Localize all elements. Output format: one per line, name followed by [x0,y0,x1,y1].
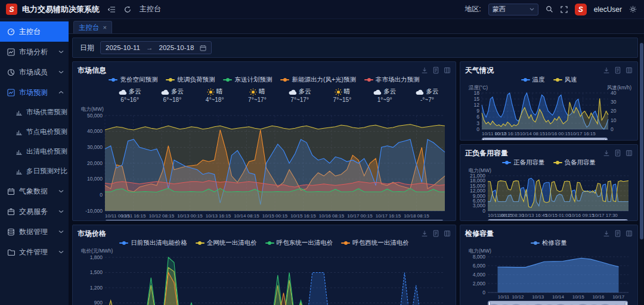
legend-item[interactable]: 呼包东统一出清电价 [265,239,333,247]
data-view-icon[interactable] [626,67,633,74]
panel-title: 市场价格 [78,229,106,239]
slider-handle-left[interactable] [488,220,491,221]
scrollbar-thumb[interactable] [640,43,643,239]
panel-reserve: 正负备用容量 正备用容量负备用容量 电力(MW)21,00018,00015,0… [460,144,638,221]
legend-label: 日前预出清电能价格 [131,239,187,247]
maintenance-chart[interactable]: 电力(MW)8,0006,0004,0002,000010/1110/1210/… [465,248,633,305]
topbar: S 电力交易辅助决策系统 主控台 地区: 蒙西 S elecUser [0,0,644,19]
download-icon [603,150,610,157]
gear-icon[interactable] [629,5,637,13]
export-report-icon[interactable] [614,67,621,74]
datazoom-slider[interactable] [482,138,608,141]
app-logo: S [6,4,17,15]
sidebar-item-3[interactable]: 市场预测 [0,82,69,102]
legend-item[interactable]: 日前预出清电能价格 [119,239,187,247]
legend-item[interactable]: 负备用容量 [553,158,596,167]
data-view-icon[interactable] [444,230,451,237]
data-view-icon[interactable] [626,150,633,157]
export-report-icon[interactable] [614,150,621,157]
legend-item[interactable]: 东送计划预测 [223,76,272,84]
legend-item[interactable]: 全网统一出清电价 [196,239,257,247]
market-price-chart[interactable]: 电价(元/MWh)1,8001,5001,200900 [78,248,451,305]
svg-text:10/13 16:45: 10/13 16:45 [522,213,548,218]
weather-chart[interactable]: 温度(°C)风速(km/h)181512963040302010010/11 0… [465,85,633,141]
weather-condition: 晴 [216,88,223,96]
tab-label: 主控台 [79,23,100,32]
export-report-icon[interactable] [614,230,621,237]
slider-handle-left[interactable] [106,220,108,221]
legend-item[interactable]: 检修容量 [531,239,567,247]
svg-text:10/17 00:15: 10/17 00:15 [347,213,373,219]
search-icon[interactable] [546,5,553,13]
svg-text:-10,000: -10,000 [85,208,103,214]
doc-icon [432,230,439,237]
legend-item[interactable]: 统调负荷预测 [166,76,215,84]
data-view-icon[interactable] [626,230,633,237]
panel-market-info: 市场信息 竞价空间预测统调负荷预测东送计划预测新能源出力(风+光)预测非市场出力… [72,61,456,221]
data-view-icon[interactable] [444,67,451,74]
tab-close-icon[interactable]: × [103,24,107,31]
slider-handle-right[interactable] [625,220,627,221]
slider-handle-left[interactable] [488,301,491,305]
date-range-input[interactable]: 2025-10-11 → 2025-10-18 [100,41,212,54]
legend-item[interactable]: 竞价空间预测 [109,76,157,84]
datazoom-slider[interactable] [488,219,628,221]
weather-day-6: 多云1°~9° [364,86,406,105]
slider-handle-right[interactable] [605,138,607,141]
sidebar-item-2[interactable]: 市场成员 [0,62,69,82]
legend-item[interactable]: 温度 [521,76,545,84]
export-report-icon[interactable] [432,67,439,74]
user-avatar[interactable]: S [575,4,587,15]
sidebar-subitem-3-0[interactable]: 市场供需预测 [0,102,69,122]
sidebar-item-5[interactable]: 交易服务 [0,201,69,222]
chevron-down-icon [58,230,64,234]
tabbar: 主控台 × [69,19,644,34]
svg-text:10/16 00:15: 10/16 00:15 [545,131,571,136]
sidebar-subitem-label: 市场供需预测 [26,108,67,117]
date-start[interactable]: 2025-10-11 [106,44,140,51]
app-window: S 电力交易辅助决策系统 主控台 地区: 蒙西 S elecUser [0,0,644,305]
legend-item[interactable]: 正备用容量 [502,158,545,167]
reserve-chart[interactable]: 电力(MW)21,00018,00015,00012,0009,0006,000… [465,167,633,221]
svg-text:9: 9 [476,108,479,114]
region-select[interactable]: 蒙西 [488,4,538,15]
weather-temp-range: 7°~17° [290,97,309,103]
sidebar-item-6[interactable]: 数据管理 [0,222,69,242]
svg-text:0: 0 [482,290,485,295]
legend-item[interactable]: 风速 [553,76,577,84]
sidebar-item-label: 文件管理 [19,247,58,257]
slider-handle-right[interactable] [625,301,627,305]
svg-text:30: 30 [611,99,617,105]
sidebar-subitem-3-2[interactable]: 出清电价预测 [0,142,69,161]
export-report-icon[interactable] [432,230,439,237]
download-icon[interactable] [603,230,610,237]
download-icon[interactable] [421,67,428,74]
datazoom-slider[interactable] [105,220,444,221]
download-icon[interactable] [603,150,610,157]
doc-icon [614,67,621,74]
download-icon[interactable] [421,230,428,237]
sidebar-item-4[interactable]: 气象数据 [0,181,69,201]
slider-handle-right[interactable] [441,220,443,221]
sidebar-subitem-3-1[interactable]: 节点电价预测 [0,122,69,142]
legend-item[interactable]: 呼包西统一出清电价 [341,239,409,247]
sidebar-item-7[interactable]: 文件管理 [0,242,69,262]
legend-item[interactable]: 新能源出力(风+光)预测 [280,76,356,84]
download-icon[interactable] [603,67,610,74]
refresh-icon[interactable] [124,6,131,13]
tab-dashboard[interactable]: 主控台 × [73,21,112,33]
date-end[interactable]: 2025-10-18 [159,44,194,51]
slider-handle-left[interactable] [482,138,485,141]
market-info-chart[interactable]: 电力(MW)50,00040,00030,00020,00010,0000-10… [78,106,451,221]
sidebar-item-1[interactable]: 市场分析 [0,42,69,62]
legend-item[interactable]: 非市场出力预测 [364,76,420,84]
fullscreen-icon[interactable] [561,6,568,13]
breadcrumb[interactable]: 主控台 [140,4,161,14]
sidebar-subitem-3-3[interactable]: 多日预测对比 [0,161,69,181]
weather-temp-range: 6°~18° [163,97,182,103]
chevron-up-icon [58,91,64,94]
datazoom-slider[interactable] [488,301,628,305]
svg-text:10/14 08:15: 10/14 08:15 [234,213,259,219]
menu-fold-icon[interactable] [108,6,116,13]
sidebar-item-0[interactable]: 主控台 [0,21,69,42]
